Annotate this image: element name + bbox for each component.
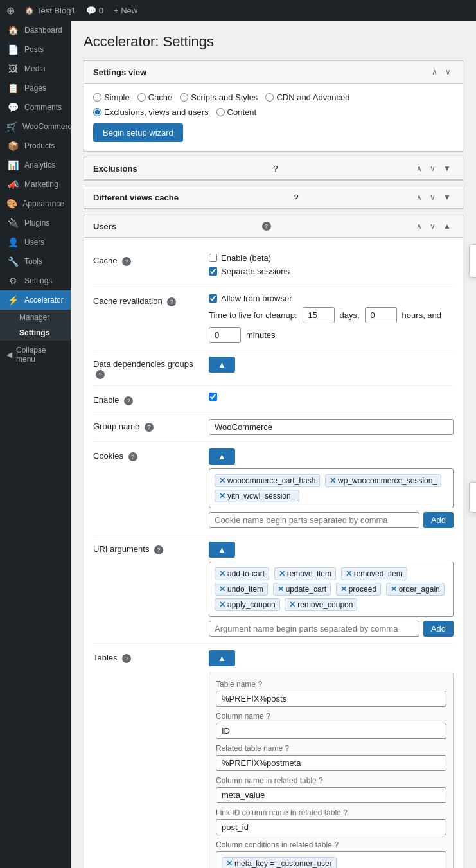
exclusions-up-btn[interactable]: ∧ (414, 163, 425, 174)
sidebar-item-comments[interactable]: 💬 Comments (0, 98, 71, 117)
uri-tag-remove-add-to-cart[interactable]: ✕ (219, 569, 225, 578)
cookie-tag-woocommerce-cart-hash: ✕ woocommerce_cart_hash (215, 474, 320, 487)
admin-bar-new[interactable]: + New (114, 6, 137, 15)
related-table-input[interactable] (216, 755, 446, 771)
column-related-input[interactable] (216, 787, 446, 803)
radio-cache-input[interactable] (137, 93, 146, 102)
setup-wizard-row: Begin setup wizard (93, 123, 454, 142)
sidebar-item-marketing[interactable]: 📣 Marketing (0, 175, 71, 194)
tables-help-icon[interactable]: ? (122, 654, 131, 663)
users-up-btn[interactable]: ∧ (414, 220, 425, 232)
different-views-down-btn[interactable]: ∨ (427, 191, 438, 203)
uri-tag-remove-apply-coupon[interactable]: ✕ (219, 600, 225, 609)
sidebar-item-pages[interactable]: 📋 Pages (0, 78, 71, 98)
uri-arguments-help-icon[interactable]: ? (154, 545, 163, 554)
radio-scripts-input[interactable] (180, 93, 188, 102)
sidebar-item-appearance[interactable]: 🎨 Appearance (0, 194, 71, 213)
exclusions-down-btn[interactable]: ∨ (427, 163, 438, 174)
uri-input[interactable] (209, 621, 419, 637)
column-conditions-tag-remove-meta-key[interactable]: ✕ (226, 859, 233, 868)
users-help-icon[interactable]: ? (262, 222, 271, 231)
cookies-add-button[interactable]: Add (423, 512, 454, 528)
column-name-help-icon[interactable]: ? (266, 712, 270, 721)
settings-view-down-btn[interactable]: ∨ (443, 66, 454, 78)
users-controls: ∧ ∨ ▲ (414, 220, 454, 232)
users-down-btn[interactable]: ∨ (427, 220, 438, 232)
sidebar-item-media[interactable]: 🖼 Media (0, 59, 71, 78)
allow-browser-checkbox[interactable] (209, 294, 217, 303)
column-name-input[interactable] (216, 723, 446, 739)
submenu-settings[interactable]: Settings (0, 325, 71, 341)
exclusions-help-icon[interactable]: ? (273, 164, 278, 173)
cookies-input[interactable] (209, 512, 419, 528)
uri-tag-remove-order-again[interactable]: ✕ (391, 585, 397, 594)
sidebar-item-tools[interactable]: 🔧 Tools (0, 252, 71, 271)
data-deps-help-icon[interactable]: ? (96, 370, 105, 379)
admin-bar-comments[interactable]: 💬 0 (86, 6, 103, 15)
cache-enable-checkbox[interactable] (209, 254, 217, 262)
column-conditions-tag-meta-key: ✕ meta_key = _customer_user (222, 857, 337, 868)
cookie-tag-remove-woocommerce-cart-hash[interactable]: ✕ (219, 476, 225, 485)
radio-exclusions-input[interactable] (93, 108, 101, 116)
uri-add-button[interactable]: Add (423, 621, 454, 637)
sidebar-item-woocommerce[interactable]: 🛒 WooCommerce (0, 117, 71, 136)
cache-revalidation-help-icon[interactable]: ? (167, 297, 176, 306)
different-views-expand-btn[interactable]: ▼ (441, 191, 454, 203)
sidebar-item-posts[interactable]: 📄 Posts (0, 40, 71, 59)
ttl-days-input[interactable] (303, 307, 335, 323)
table-name-input[interactable] (216, 691, 446, 707)
admin-bar-site-name[interactable]: 🏠 Test Blog1 (25, 6, 76, 15)
tables-upload-btn[interactable]: ▲ (209, 650, 235, 666)
exclusions-expand-btn[interactable]: ▼ (441, 163, 454, 174)
radio-cdn-input[interactable] (265, 93, 274, 102)
cookies-upload-btn[interactable]: ▲ (209, 448, 235, 465)
cookie-tag-remove-wp-woocommerce-session[interactable]: ✕ (330, 476, 336, 485)
users-section: Users ? ∧ ∨ ▲ Enable user's sessions cac… (84, 215, 463, 868)
pages-icon: 📋 (6, 83, 19, 93)
sidebar-item-dashboard[interactable]: 🏠 Dashboard (0, 21, 71, 40)
column-related-help-icon[interactable]: ? (319, 776, 323, 785)
sidebar-item-settings[interactable]: ⚙ Settings (0, 271, 71, 290)
uri-tag-remove-removed-item[interactable]: ✕ (346, 569, 352, 578)
ttl-hours-input[interactable] (365, 307, 397, 323)
group-name-help-icon[interactable]: ? (145, 423, 154, 432)
enable-help-icon[interactable]: ? (124, 396, 133, 405)
cookies-help-icon[interactable]: ? (128, 452, 137, 461)
admin-bar-wp-icon[interactable]: ⊕ (6, 4, 15, 17)
sidebar-item-products[interactable]: 📦 Products (0, 136, 71, 155)
different-views-up-btn[interactable]: ∧ (414, 191, 425, 203)
radio-content-input[interactable] (216, 108, 225, 116)
sidebar-item-analytics[interactable]: 📊 Analytics (0, 155, 71, 175)
group-name-input[interactable] (209, 419, 454, 435)
table-name-help-icon[interactable]: ? (258, 680, 262, 689)
settings-view-up-btn[interactable]: ∧ (429, 66, 440, 78)
enable-checkbox[interactable] (209, 393, 217, 401)
link-id-help-icon[interactable]: ? (343, 808, 348, 817)
users-expand-btn[interactable]: ▲ (441, 220, 454, 232)
cache-help-icon[interactable]: ? (122, 257, 131, 266)
uri-tag-remove-remove-coupon[interactable]: ✕ (289, 600, 295, 609)
uri-tag-remove-proceed[interactable]: ✕ (340, 585, 347, 594)
link-id-input[interactable] (216, 819, 446, 835)
sidebar-item-plugins[interactable]: 🔌 Plugins (0, 213, 71, 233)
uri-tag-remove-remove-item[interactable]: ✕ (279, 569, 285, 578)
uri-upload-btn[interactable]: ▲ (209, 542, 235, 558)
uri-tag-remove-undo-item[interactable]: ✕ (219, 585, 225, 594)
different-views-help-icon[interactable]: ? (294, 193, 298, 202)
collapse-menu-button[interactable]: ◀ Collapse menu (0, 341, 71, 369)
cookie-tag-remove-yith-wcwl-session[interactable]: ✕ (219, 492, 225, 500)
column-conditions-help-icon[interactable]: ? (334, 840, 339, 849)
uri-tag-remove-update-cart[interactable]: ✕ (278, 585, 284, 594)
data-deps-upload-btn[interactable]: ▲ (209, 357, 235, 373)
separate-sessions-checkbox[interactable] (209, 267, 217, 276)
media-icon: 🖼 (6, 64, 19, 74)
submenu-manager[interactable]: Manager (0, 310, 71, 325)
radio-simple-input[interactable] (93, 93, 101, 102)
main-content: Accelerator: Settings Settings view ∧ ∨ … (71, 21, 476, 868)
setup-wizard-button[interactable]: Begin setup wizard (93, 123, 183, 142)
sidebar-item-accelerator[interactable]: ⚡ Accelerator (0, 290, 71, 310)
sidebar-item-users[interactable]: 👤 Users (0, 233, 71, 252)
ttl-minutes-input[interactable] (209, 327, 241, 343)
wp-admin-bar: ⊕ 🏠 Test Blog1 💬 0 + New (0, 0, 476, 21)
related-table-help-icon[interactable]: ? (285, 744, 289, 753)
